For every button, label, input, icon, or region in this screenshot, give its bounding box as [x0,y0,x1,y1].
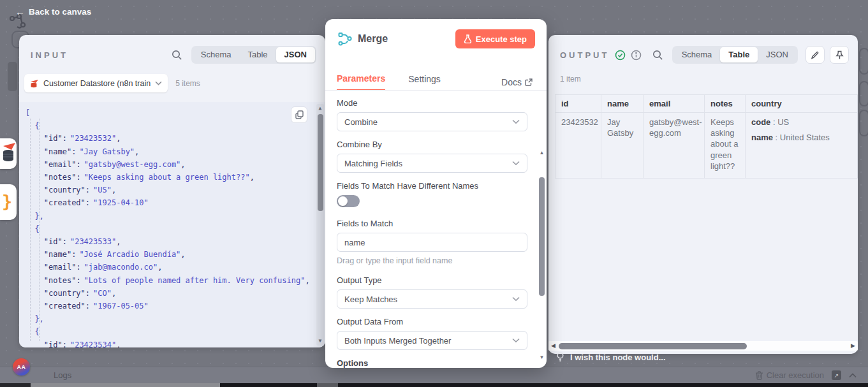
table-row[interactable]: 23423532Jay Gatsbygatsby@west-egg.comKee… [555,113,858,179]
docs-link[interactable]: Docs [501,77,533,87]
chevron-up-icon[interactable] [849,373,857,378]
tab-parameters[interactable]: Parameters [337,73,385,91]
cell-name: Jay Gatsby [601,113,644,179]
field-fields-to-match: Fields to Match name Drag or type the in… [337,219,527,265]
scroll-up-icon[interactable]: ▲ [316,105,324,112]
different-names-toggle[interactable] [337,195,360,207]
output-tab-table[interactable]: Table [720,47,758,62]
tab-settings[interactable]: Settings [408,74,441,90]
json-line: "created":"1925-04-10" [26,196,313,209]
scroll-left-icon[interactable]: ◀ [551,342,555,350]
output-type-select[interactable]: Keep Matches [337,289,527,309]
logs-label[interactable]: Logs [54,370,71,380]
datastore-mini-icon [30,79,39,88]
output-search-icon[interactable] [652,50,663,61]
mode-select[interactable]: Combine [337,112,527,131]
json-line: "country":"CO", [26,287,313,300]
logs-bar: Logs Clear execution ↗ [0,367,868,383]
pin-icon [835,50,844,60]
column-header-notes: notes [705,95,746,113]
field-output-data-from: Output Data From Both Inputs Merged Toge… [337,317,527,350]
output-data-from-select[interactable]: Both Inputs Merged Together [337,331,527,350]
json-line: [ [26,106,313,119]
scroll-down-icon[interactable]: ▼ [538,354,545,361]
json-line: { [26,325,313,338]
scrollbar-thumb[interactable] [559,343,747,349]
scrollbar-thumb[interactable] [318,114,323,211]
edit-output-button[interactable] [805,46,825,64]
mode-value: Combine [344,117,512,127]
combine-by-select[interactable]: Matching Fields [337,154,527,173]
json-line: }, [26,312,313,325]
execute-step-button[interactable]: Execute step [455,29,535,48]
column-header-name: name [601,95,644,113]
flask-icon [464,34,472,43]
code-brace-icon: } [2,191,12,211]
output-type-label: Output Type [337,275,527,285]
info-icon[interactable] [631,50,642,61]
json-line: "email":"jab@macondo.co", [26,261,313,274]
json-code[interactable]: [{"id":"23423532","name":"Jay Gatsby","e… [26,106,313,347]
fields-to-match-helper: Drag or type the input field name [337,256,527,265]
input-search-icon[interactable] [172,50,182,61]
column-header-id: id [555,95,601,113]
pin-data-button[interactable] [830,46,849,64]
canvas-node-code[interactable]: } [0,184,17,220]
output-panel: OUTPUT Schema Table JSON [548,35,858,354]
output-type-value: Keep Matches [344,295,512,304]
clear-execution-button[interactable]: Clear execution [755,370,824,380]
json-line: "name":"Jay Gatsby", [26,145,313,158]
fields-to-match-label: Fields to Match [337,219,527,228]
chevron-down-icon [512,338,520,343]
back-label: Back to canvas [29,7,91,17]
cell-notes: Keeps asking about a green light?? [705,113,746,179]
input-source-select[interactable]: Customer Datastore (n8n train [24,74,168,92]
json-scrollbar[interactable]: ▲ ▼ [316,104,324,346]
scrollbar-thumb[interactable] [539,177,545,296]
output-hscrollbar[interactable]: ◀ ▶ [548,341,858,351]
fields-to-match-input[interactable]: name [337,233,527,252]
open-logs-icon[interactable]: ↗ [832,370,841,380]
input-title: INPUT [31,50,68,60]
cell-country: code : USname : United States [746,113,858,179]
json-line: "created":"1967-05-05" [26,300,313,312]
wish-label: I wish this node would... [570,353,666,362]
canvas-ghost-node [859,48,868,75]
column-header-email: email [644,95,705,113]
json-line: "id":"23423533", [26,235,313,248]
input-tab-schema[interactable]: Schema [193,47,240,62]
field-combine-by: Combine By Matching Fields [337,140,527,173]
input-view-tabs: Schema Table JSON [191,46,316,64]
canvas-ghost-node [859,110,868,136]
json-line: "notes":"Keeps asking about a green ligh… [26,171,313,184]
table-header-row: idnameemailnotescountry [555,95,858,113]
input-tab-table[interactable]: Table [240,47,276,62]
toggle-knob [338,196,348,206]
scroll-right-icon[interactable]: ▶ [851,342,855,350]
canvas-ghost-node [8,62,17,91]
output-tab-schema[interactable]: Schema [673,47,721,62]
json-line: }, [26,210,313,223]
back-to-canvas[interactable]: ← Back to canvas [15,6,91,17]
node-feedback-prompt[interactable]: I wish this node would... [556,352,666,363]
output-tab-json[interactable]: JSON [758,47,797,62]
scroll-down-icon[interactable]: ▼ [316,337,324,345]
scroll-up-icon[interactable]: ▲ [538,149,545,157]
json-line: { [26,223,313,235]
lightbulb-icon [556,352,564,363]
different-names-label: Fields To Match Have Different Names [337,181,527,191]
copy-icon[interactable] [291,106,307,123]
canvas-node-datastore[interactable] [0,138,17,169]
pencil-icon [811,50,820,59]
cell-email: gatsby@west-egg.com [644,113,705,179]
node-title: Merge [358,33,388,45]
dialog-scrollbar[interactable]: ▲ ▼ [538,149,545,361]
column-header-country: country [746,95,858,113]
output-title: OUTPUT [560,50,609,60]
output-data-from-label: Output Data From [337,317,527,326]
avatar[interactable]: AA [13,358,30,376]
field-different-names: Fields To Match Have Different Names [337,181,527,207]
field-output-type: Output Type Keep Matches [337,275,527,309]
output-table: idnameemailnotescountry 23423532Jay Gats… [555,94,858,179]
input-tab-json[interactable]: JSON [276,47,315,62]
